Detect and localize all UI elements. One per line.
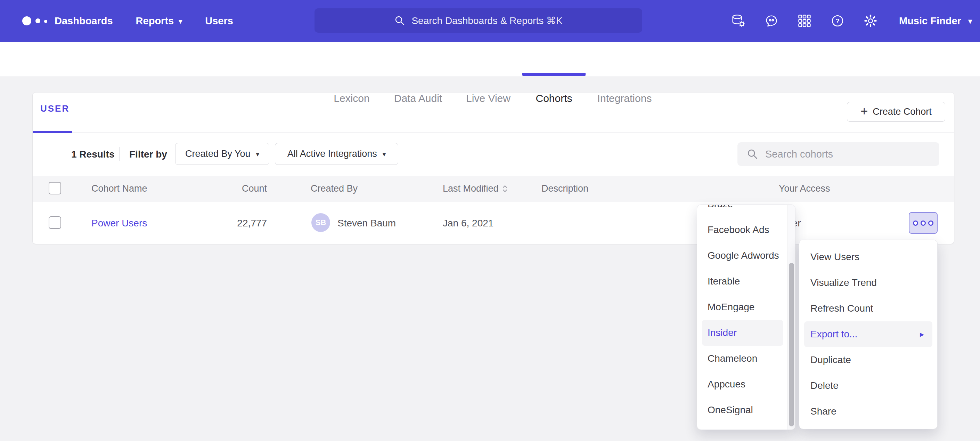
nav-reports-label: Reports	[136, 15, 174, 27]
project-selector[interactable]: Music Finder ▾	[899, 0, 972, 42]
created-by-filter-label: Created By You	[185, 149, 251, 159]
created-by-cell: Steven Baum	[337, 218, 396, 229]
primary-nav: Dashboards Reports ▾ Users	[54, 0, 233, 42]
feedback-icon[interactable]	[763, 13, 780, 29]
cohort-name-link[interactable]: Power Users	[91, 218, 147, 229]
menu-item-onesignal[interactable]: OneSignal	[697, 397, 788, 423]
nav-users[interactable]: Users	[205, 15, 233, 27]
global-search-bar[interactable]: Search Dashboards & Reports ⌘K	[315, 8, 642, 33]
sort-icon	[502, 184, 508, 193]
menu-item-export-to[interactable]: Export to... ▸	[804, 321, 932, 347]
dot-icon	[921, 220, 926, 226]
avatar: SB	[311, 213, 330, 232]
apps-grid-icon[interactable]	[796, 13, 813, 29]
nav-reports[interactable]: Reports ▾	[136, 15, 183, 27]
menu-item-visualize-trend[interactable]: Visualize Trend	[799, 270, 937, 296]
menu-item-braze[interactable]: Braze	[697, 205, 788, 217]
dot-icon	[913, 220, 918, 226]
navbar-icon-group: ?	[730, 13, 879, 29]
create-cohort-button[interactable]: + Create Cohort	[847, 102, 945, 122]
active-tab-underline	[522, 73, 585, 76]
tab-live-view[interactable]: Live View	[466, 93, 511, 104]
menu-item-iterable[interactable]: Iterable	[697, 268, 788, 294]
tab-data-audit[interactable]: Data Audit	[394, 93, 442, 104]
menu-item-moengage[interactable]: MoEngage	[697, 294, 788, 320]
card-header-divider	[33, 132, 954, 133]
user-tab-underline	[33, 131, 72, 133]
submenu-arrow-icon: ▸	[920, 321, 924, 347]
col-header-description[interactable]: Description	[541, 183, 589, 194]
cohort-context-menu: View Users Visualize Trend Refresh Count…	[799, 240, 938, 429]
mixpanel-logo-icon[interactable]	[22, 0, 54, 42]
menu-item-appcues[interactable]: Appcues	[697, 371, 788, 397]
menu-scrollbar-thumb[interactable]	[789, 263, 794, 427]
menu-item-refresh-count[interactable]: Refresh Count	[799, 296, 937, 321]
create-cohort-label: Create Cohort	[873, 106, 932, 117]
nav-dashboards-label: Dashboards	[54, 15, 113, 27]
col-header-created-by[interactable]: Created By	[311, 183, 358, 194]
cohort-search-box	[737, 142, 939, 166]
row-more-actions-button[interactable]	[909, 212, 938, 234]
plus-icon: +	[861, 105, 868, 118]
export-to-label: Export to...	[810, 329, 858, 339]
menu-item-chameleon[interactable]: Chameleon	[697, 346, 788, 371]
nav-users-label: Users	[205, 15, 233, 27]
global-search-placeholder: Search Dashboards & Reports ⌘K	[412, 15, 562, 26]
integrations-filter-label: All Active Integrations	[287, 149, 377, 159]
nav-dashboards[interactable]: Dashboards	[54, 15, 113, 27]
menu-item-google-adwords[interactable]: Google Adwords	[697, 243, 788, 268]
svg-text:?: ?	[835, 18, 840, 25]
filter-divider	[119, 147, 119, 161]
results-count: 1 Results	[71, 149, 115, 160]
dot-icon	[928, 220, 934, 226]
last-modified-cell: Jan 6, 2021	[443, 218, 493, 229]
search-icon	[746, 148, 758, 160]
col-header-cohort-name[interactable]: Cohort Name	[91, 183, 147, 194]
menu-item-duplicate[interactable]: Duplicate	[799, 347, 937, 373]
help-icon[interactable]: ?	[829, 13, 846, 29]
menu-item-insider[interactable]: Insider	[702, 320, 783, 346]
top-navbar: Dashboards Reports ▾ Users Search Dashbo…	[0, 0, 980, 42]
col-header-count[interactable]: Count	[197, 183, 267, 194]
menu-item-facebook-ads[interactable]: Facebook Ads	[697, 217, 788, 243]
created-by-filter-dropdown[interactable]: Created By You ▾	[175, 143, 269, 165]
cohort-count: 22,777	[197, 218, 267, 229]
menu-item-share[interactable]: Share	[799, 399, 937, 424]
select-all-checkbox[interactable]	[49, 182, 61, 195]
data-management-icon[interactable]	[730, 13, 747, 29]
context-menu-list: View Users Visualize Trend Refresh Count…	[799, 244, 937, 424]
settings-gear-icon[interactable]	[862, 13, 879, 29]
caret-down-icon: ▾	[383, 151, 386, 158]
caret-down-icon: ▾	[256, 151, 259, 158]
filter-by-label: Filter by	[129, 149, 167, 160]
integrations-filter-dropdown[interactable]: All Active Integrations ▾	[275, 143, 398, 165]
col-header-your-access[interactable]: Your Access	[779, 183, 830, 194]
section-tabbar: Lexicon Data Audit Live View Cohorts Int…	[0, 42, 980, 77]
caret-down-icon: ▾	[968, 17, 972, 26]
tab-user-cohorts[interactable]: USER	[40, 103, 70, 114]
tab-integrations[interactable]: Integrations	[597, 93, 652, 104]
tab-lexicon[interactable]: Lexicon	[334, 93, 369, 104]
cohorts-page: Dashboards Reports ▾ Users Search Dashbo…	[0, 0, 980, 441]
caret-down-icon: ▾	[179, 18, 182, 25]
menu-item-delete[interactable]: Delete	[799, 373, 937, 399]
project-name: Music Finder	[899, 15, 961, 27]
last-modified-label: Last Modified	[443, 183, 499, 194]
search-icon	[394, 15, 405, 26]
export-targets-list: Braze Facebook Ads Google Adwords Iterab…	[697, 205, 788, 423]
export-targets-menu: Braze Facebook Ads Google Adwords Iterab…	[697, 205, 795, 430]
row-checkbox[interactable]	[49, 216, 61, 229]
tab-cohorts[interactable]: Cohorts	[536, 93, 572, 104]
cohort-search-input[interactable]	[765, 149, 932, 160]
col-header-last-modified[interactable]: Last Modified	[443, 183, 508, 194]
menu-item-view-users[interactable]: View Users	[799, 244, 937, 270]
